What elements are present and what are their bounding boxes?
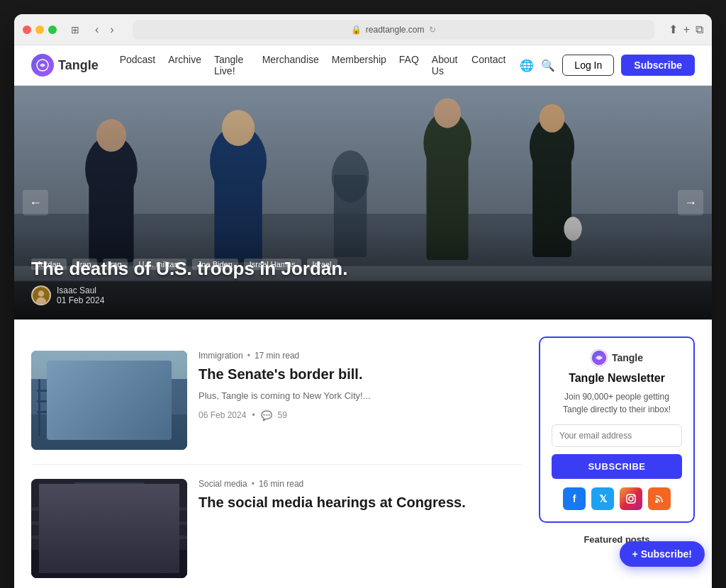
- article-thumbnail-2[interactable]: [31, 479, 187, 578]
- hero-prev-button[interactable]: ←: [23, 190, 48, 215]
- svg-rect-48: [31, 536, 187, 539]
- category-label-2[interactable]: Social media: [199, 479, 247, 489]
- svg-rect-28: [60, 379, 62, 436]
- subscribe-float-button[interactable]: + Subscribe!: [620, 541, 705, 567]
- social-svg: [31, 479, 187, 578]
- newsletter-logo-icon: [591, 349, 608, 366]
- newsletter-description: Join 90,000+ people getting Tangle direc…: [552, 390, 682, 416]
- facebook-button[interactable]: f: [563, 487, 586, 510]
- social-links: f 𝕏: [552, 487, 682, 510]
- nav-actions: 🌐 🔍 Log In Subscribe: [520, 55, 695, 76]
- share-icon[interactable]: ⬆: [669, 23, 678, 36]
- author-date: 01 Feb 2024: [57, 295, 104, 305]
- hero-title-area: The deaths of U.S. troops in Jordan. Isa…: [31, 258, 655, 305]
- minimize-button[interactable]: [35, 26, 44, 34]
- logo-link[interactable]: Tangle: [31, 54, 99, 77]
- article-info: Immigration • 17 min read The Senate's b…: [199, 351, 522, 421]
- logo-svg: [36, 59, 49, 72]
- svg-point-61: [159, 541, 173, 552]
- reload-icon: ↻: [429, 25, 436, 35]
- nav-links: Podcast Archive Tangle Live! Merchandise…: [120, 54, 506, 77]
- svg-rect-64: [77, 485, 142, 519]
- hero-author: Isaac Saul 01 Feb 2024: [31, 285, 655, 305]
- svg-point-62: [161, 536, 171, 547]
- hero-next-button[interactable]: →: [678, 190, 703, 215]
- svg-point-38: [128, 424, 140, 436]
- rss-button[interactable]: [648, 487, 671, 510]
- svg-point-73: [655, 500, 658, 503]
- author-name: Isaac Saul: [57, 285, 104, 295]
- nav-membership[interactable]: Membership: [332, 54, 386, 77]
- address-bar[interactable]: 🔒 readtangle.com ↻: [133, 20, 654, 40]
- article-excerpt: Plus, Tangle is coming to New York City!…: [199, 389, 522, 403]
- svg-rect-40: [67, 372, 81, 380]
- nav-contact[interactable]: Contact: [471, 54, 506, 77]
- newsletter-logo: Tangle: [552, 349, 682, 366]
- article-category-2: Social media • 16 min read: [199, 479, 522, 489]
- svg-rect-36: [123, 407, 166, 429]
- article-card-2: Social media • 16 min read The social me…: [31, 465, 522, 588]
- subscribe-button[interactable]: Subscribe: [621, 55, 695, 76]
- nav-archive[interactable]: Archive: [168, 54, 201, 77]
- svg-point-56: [97, 521, 107, 533]
- titlebar-actions: ⬆ + ⧉: [669, 23, 703, 36]
- thumb-social-image: [31, 479, 187, 578]
- url-text: readtangle.com: [366, 25, 425, 35]
- svg-point-55: [95, 526, 109, 538]
- svg-point-35: [97, 392, 107, 403]
- new-tab-icon[interactable]: +: [683, 23, 690, 36]
- fullscreen-button[interactable]: [48, 26, 57, 34]
- svg-rect-43: [113, 372, 128, 380]
- hero-author-info: Isaac Saul 01 Feb 2024: [57, 285, 104, 305]
- browser-window: ⊞ ‹ › 🔒 readtangle.com ↻ ⬆ + ⧉: [14, 14, 712, 588]
- svg-point-57: [116, 541, 130, 552]
- svg-point-67: [169, 490, 177, 497]
- traffic-lights: [23, 26, 57, 34]
- article-category: Immigration • 17 min read: [199, 351, 522, 361]
- email-input[interactable]: [552, 424, 682, 447]
- logo-text: Tangle: [58, 58, 99, 73]
- hero-headline[interactable]: The deaths of U.S. troops in Jordan.: [31, 258, 655, 280]
- svg-rect-50: [31, 507, 187, 511]
- svg-rect-45: [31, 351, 187, 450]
- article-title[interactable]: The Senate's border bill.: [199, 365, 522, 383]
- article-title-2[interactable]: The social media hearings at Congress.: [199, 493, 522, 511]
- read-time: 17 min read: [255, 351, 299, 361]
- nav-tangle-live[interactable]: Tangle Live!: [214, 54, 250, 77]
- instagram-button[interactable]: [620, 487, 642, 510]
- nav-podcast[interactable]: Podcast: [120, 54, 156, 77]
- twitter-button[interactable]: 𝕏: [591, 487, 614, 510]
- svg-rect-65: [79, 487, 139, 516]
- back-button[interactable]: ‹: [91, 22, 103, 38]
- svg-rect-68: [31, 479, 187, 578]
- content-area: Immigration • 17 min read The Senate's b…: [14, 320, 712, 588]
- author-avatar: [31, 285, 51, 305]
- tabs-icon[interactable]: ⧉: [696, 23, 703, 36]
- sidebar-toggle[interactable]: ⊞: [68, 23, 82, 37]
- sidebar-icon[interactable]: ⊞: [68, 23, 82, 37]
- nav-about-us[interactable]: About Us: [432, 54, 459, 77]
- newsletter-logo-text: Tangle: [612, 352, 643, 363]
- lock-icon: 🔒: [351, 25, 362, 35]
- main-nav: Tangle Podcast Archive Tangle Live! Merc…: [14, 45, 712, 86]
- svg-point-71: [629, 497, 633, 501]
- svg-point-72: [633, 495, 635, 497]
- newsletter-submit-button[interactable]: SUBSCRIBE: [552, 454, 682, 479]
- nav-faq[interactable]: FAQ: [399, 54, 419, 77]
- svg-rect-41: [82, 372, 96, 380]
- titlebar: ⊞ ‹ › 🔒 readtangle.com ↻ ⬆ + ⧉: [14, 14, 712, 45]
- article-info-2: Social media • 16 min read The social me…: [199, 479, 522, 517]
- search-icon[interactable]: 🔍: [541, 59, 555, 72]
- article-date: 06 Feb 2024: [199, 410, 246, 420]
- article-thumbnail[interactable]: [31, 351, 187, 450]
- category-label[interactable]: Immigration: [199, 351, 243, 361]
- forward-button[interactable]: ›: [106, 22, 118, 38]
- login-button[interactable]: Log In: [562, 55, 614, 76]
- article-card: Immigration • 17 min read The Senate's b…: [31, 337, 522, 465]
- svg-point-58: [118, 536, 128, 547]
- svg-point-54: [76, 536, 86, 547]
- nav-merchandise[interactable]: Merchandise: [262, 54, 319, 77]
- globe-icon[interactable]: 🌐: [520, 59, 534, 72]
- svg-point-39: [152, 424, 163, 436]
- close-button[interactable]: [23, 26, 31, 34]
